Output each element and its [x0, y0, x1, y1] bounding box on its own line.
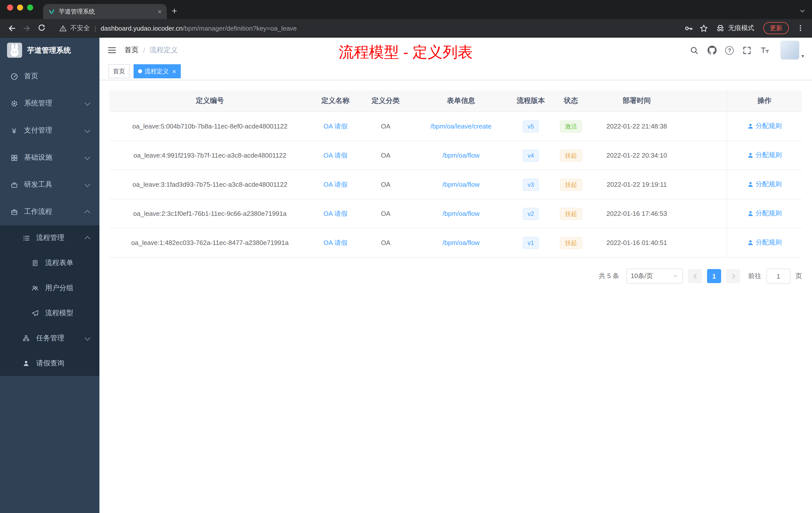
- goto-page-input[interactable]: [766, 269, 790, 283]
- help-icon[interactable]: ?: [725, 45, 735, 55]
- zoom-window-button[interactable]: [27, 4, 33, 10]
- tag-home[interactable]: 首页: [109, 64, 129, 78]
- sidebar-logo[interactable]: 芋道管理系统: [0, 38, 99, 63]
- definition-name-link[interactable]: OA 请假: [323, 239, 347, 246]
- users-icon: [31, 284, 39, 292]
- sidebar-item-devtools[interactable]: 研发工具: [0, 171, 99, 198]
- col-status: 状态: [550, 90, 591, 112]
- sidebar-item-label: 首页: [24, 72, 38, 81]
- col-filler: [682, 90, 727, 112]
- address-bar[interactable]: 不安全 | dashboard.yudao.iocoder.cn/bpm/man…: [54, 21, 676, 35]
- form-link[interactable]: /bpm/oa/flow: [442, 239, 479, 246]
- col-form-info: 表单信息: [411, 90, 511, 112]
- back-button[interactable]: [5, 22, 18, 35]
- browser-menu-icon[interactable]: [794, 22, 807, 35]
- browser-tab[interactable]: 芋道管理系统 ×: [43, 4, 167, 19]
- status-badge: 激活: [560, 120, 582, 132]
- sidebar-item-label: 用户分组: [45, 283, 73, 293]
- search-icon[interactable]: [690, 45, 699, 55]
- definition-name-link[interactable]: OA 请假: [323, 151, 347, 159]
- sidebar-item-label: 研发工具: [24, 180, 52, 189]
- prev-page-button[interactable]: [688, 269, 702, 283]
- sidebar-item-process-management[interactable]: 流程管理: [0, 225, 99, 250]
- dashboard-icon: [10, 72, 18, 80]
- form-link[interactable]: /bpm/oa/flow: [442, 210, 479, 217]
- sidebar-item-label: 支付管理: [24, 126, 52, 135]
- sidebar-item-payment[interactable]: ¥ 支付管理: [0, 117, 99, 144]
- cell-category: OA: [360, 112, 411, 141]
- browser-toolbar: 不安全 | dashboard.yudao.iocoder.cn/bpm/man…: [0, 19, 812, 38]
- incognito-icon: [716, 24, 725, 32]
- avatar[interactable]: [780, 41, 800, 60]
- briefcase-icon: [10, 208, 18, 216]
- page-size-select[interactable]: 10条/页: [626, 269, 683, 283]
- close-window-button[interactable]: [7, 4, 13, 10]
- cell-deploy-time: 2022-01-16 01:40:51: [591, 228, 682, 257]
- form-link[interactable]: /bpm/oa/flow: [442, 181, 479, 188]
- definition-name-link[interactable]: OA 请假: [323, 180, 347, 188]
- definition-name-link[interactable]: OA 请假: [323, 210, 347, 217]
- assign-rule-button[interactable]: 分配规则: [747, 238, 782, 247]
- tab-search-icon[interactable]: [799, 7, 806, 14]
- sidebar-item-leave-query[interactable]: 请假查询: [0, 351, 99, 376]
- tab-close-icon[interactable]: ×: [157, 8, 163, 15]
- forward-button[interactable]: [20, 22, 33, 35]
- form-link[interactable]: /bpm/oa/leave/create: [431, 122, 492, 130]
- sidebar-item-label: 工作流程: [24, 207, 52, 216]
- cell-deploy-time: 2022-01-22 19:19:11: [591, 170, 682, 199]
- gear-icon: [10, 99, 18, 108]
- tags-view: 首页 流程定义 ×: [99, 63, 812, 80]
- status-badge: 挂起: [560, 178, 582, 190]
- next-page-button[interactable]: [726, 269, 740, 283]
- github-icon[interactable]: [707, 45, 717, 55]
- breadcrumb: 首页 / 流程定义: [124, 46, 178, 55]
- sidebar-item-home[interactable]: 首页: [0, 63, 99, 90]
- fullscreen-icon[interactable]: [742, 45, 752, 55]
- cell-filler: [682, 228, 727, 257]
- hamburger-icon[interactable]: [99, 38, 124, 63]
- sidebar-item-infrastructure[interactable]: 基础设施: [0, 144, 99, 171]
- sidebar-item-workflow[interactable]: 工作流程: [0, 198, 99, 225]
- breadcrumb-home[interactable]: 首页: [124, 46, 139, 55]
- user-menu[interactable]: ▾: [780, 41, 804, 60]
- navbar-actions: ? ▾: [690, 41, 804, 60]
- tag-process-definition[interactable]: 流程定义 ×: [134, 64, 180, 78]
- font-size-icon[interactable]: [760, 45, 770, 55]
- user-icon: [22, 359, 30, 367]
- cell-definition-id: oa_leave:2:3c1f0ef1-76b1-11ec-9c66-a2380…: [110, 199, 310, 228]
- password-key-icon[interactable]: [682, 22, 695, 35]
- tag-label: 流程定义: [145, 67, 169, 76]
- sidebar-item-process-form[interactable]: 流程表单: [0, 250, 99, 276]
- bookmark-star-icon[interactable]: [697, 22, 710, 35]
- assign-rule-button[interactable]: 分配规则: [747, 151, 782, 160]
- chevron-down-icon: ▾: [802, 54, 804, 60]
- active-dot: [138, 69, 142, 73]
- cell-deploy-time: 2022-01-22 21:48:38: [591, 112, 682, 141]
- definition-name-link[interactable]: OA 请假: [323, 122, 347, 130]
- breadcrumb-separator: /: [143, 46, 145, 54]
- reload-button[interactable]: [35, 22, 48, 35]
- sidebar-item-process-model[interactable]: 流程模型: [0, 301, 99, 326]
- browser-update-button[interactable]: 更新: [763, 22, 789, 34]
- user-icon: [747, 152, 754, 159]
- assign-rule-button[interactable]: 分配规则: [747, 209, 782, 218]
- screen: 芋道管理系统 × + 不安全 | dashboard.yudao.iocoder…: [0, 0, 812, 513]
- app-frame: 芋道管理系统 首页 系统管理 ¥ 支付管理: [0, 38, 812, 513]
- close-icon[interactable]: ×: [172, 68, 176, 74]
- sidebar-item-label: 基础设施: [24, 153, 52, 162]
- cell-category: OA: [360, 170, 411, 199]
- assign-rule-button[interactable]: 分配规则: [747, 122, 782, 131]
- cell-category: OA: [360, 141, 411, 170]
- sidebar-item-system[interactable]: 系统管理: [0, 90, 99, 117]
- minimize-window-button[interactable]: [17, 4, 23, 10]
- form-link[interactable]: /bpm/oa/flow: [442, 152, 479, 159]
- annotation-title: 流程模型 - 定义列表: [339, 42, 472, 63]
- new-tab-button[interactable]: +: [167, 6, 182, 16]
- assign-rule-button[interactable]: 分配规则: [747, 180, 782, 189]
- chevron-down-icon: [672, 273, 678, 279]
- sidebar-item-user-group[interactable]: 用户分组: [0, 276, 99, 301]
- table-row: oa_leave:2:3c1f0ef1-76b1-11ec-9c66-a2380…: [110, 199, 802, 228]
- page-number-button[interactable]: 1: [707, 269, 721, 283]
- app-title: 芋道管理系统: [27, 46, 71, 55]
- sidebar-item-task-management[interactable]: 任务管理: [0, 326, 99, 351]
